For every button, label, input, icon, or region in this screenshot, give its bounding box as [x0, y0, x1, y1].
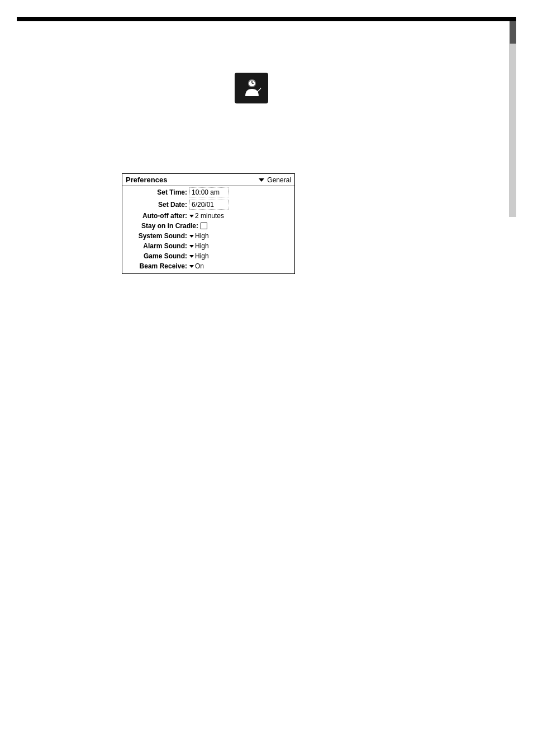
- preferences-title: Preferences: [126, 176, 167, 184]
- beam-receive-value: On: [195, 262, 204, 270]
- general-dropdown[interactable]: General: [259, 176, 291, 184]
- game-sound-select[interactable]: High: [189, 252, 209, 260]
- top-bar: [17, 17, 516, 21]
- system-sound-arrow-icon: [189, 235, 194, 238]
- general-dropdown-label: General: [267, 176, 291, 184]
- game-sound-value: High: [195, 252, 209, 260]
- alarm-sound-arrow-icon: [189, 245, 194, 248]
- system-sound-label: System Sound:: [126, 232, 187, 240]
- game-sound-label: Game Sound:: [126, 252, 187, 260]
- auto-off-value: 2 minutes: [195, 212, 224, 220]
- preferences-icon-svg: [240, 77, 263, 100]
- beam-receive-select[interactable]: On: [189, 262, 204, 270]
- auto-off-select[interactable]: 2 minutes: [189, 212, 224, 220]
- system-sound-value: High: [195, 232, 209, 240]
- alarm-sound-row: Alarm Sound: High: [122, 241, 294, 251]
- set-date-row: Set Date:: [122, 199, 294, 211]
- set-time-label: Set Time:: [126, 188, 187, 196]
- preferences-header: Preferences General: [122, 174, 294, 186]
- system-sound-row: System Sound: High: [122, 231, 294, 241]
- auto-off-row: Auto-off after: 2 minutes: [122, 211, 294, 221]
- dropdown-arrow-icon: [259, 178, 264, 182]
- stay-on-cradle-checkbox[interactable]: [201, 223, 207, 229]
- auto-off-label: Auto-off after:: [126, 212, 187, 220]
- alarm-sound-value: High: [195, 242, 209, 250]
- game-sound-arrow-icon: [189, 255, 194, 258]
- system-sound-select[interactable]: High: [189, 232, 209, 240]
- game-sound-row: Game Sound: High: [122, 251, 294, 261]
- beam-receive-arrow-icon: [189, 265, 194, 268]
- set-date-label: Set Date:: [126, 201, 187, 209]
- app-icon-container: [235, 73, 268, 103]
- stay-on-cradle-label: Stay on in Cradle:: [126, 222, 198, 230]
- alarm-sound-label: Alarm Sound:: [126, 242, 187, 250]
- stay-on-cradle-row: Stay on in Cradle:: [122, 221, 294, 231]
- scrollbar-thumb[interactable]: [510, 21, 516, 44]
- preferences-app-icon: [235, 73, 268, 103]
- set-date-input[interactable]: [189, 200, 229, 210]
- scrollbar-track: [510, 21, 516, 217]
- set-time-input[interactable]: [189, 187, 229, 197]
- auto-off-arrow-icon: [189, 215, 194, 218]
- alarm-sound-select[interactable]: High: [189, 242, 209, 250]
- preferences-panel: Preferences General Set Time: Set Date: …: [122, 173, 295, 274]
- beam-receive-row: Beam Receive: On: [122, 261, 294, 273]
- set-time-row: Set Time:: [122, 186, 294, 199]
- beam-receive-label: Beam Receive:: [126, 262, 187, 270]
